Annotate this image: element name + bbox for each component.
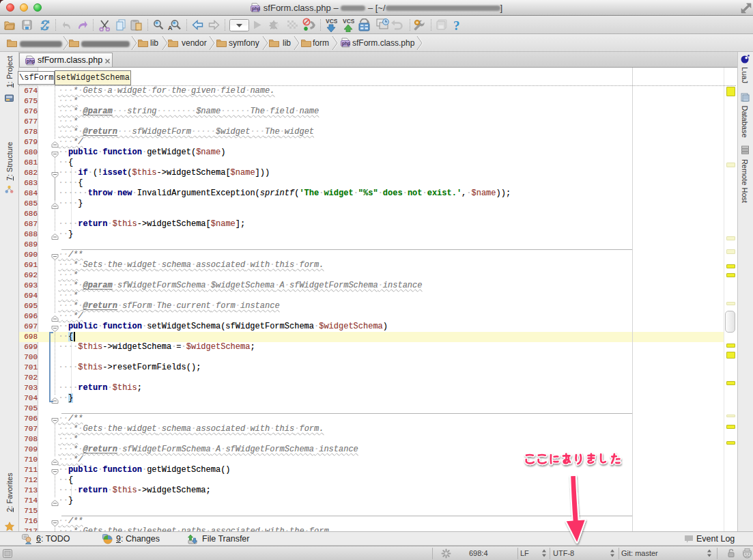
svg-text:?: ? xyxy=(453,18,460,32)
svg-text:php: php xyxy=(27,59,35,64)
svg-text:VCS: VCS xyxy=(343,18,354,25)
svg-text:php: php xyxy=(252,6,260,12)
svg-text:VCS: VCS xyxy=(326,18,337,25)
svg-text:php: php xyxy=(342,41,350,46)
svg-text:A: A xyxy=(168,25,173,31)
